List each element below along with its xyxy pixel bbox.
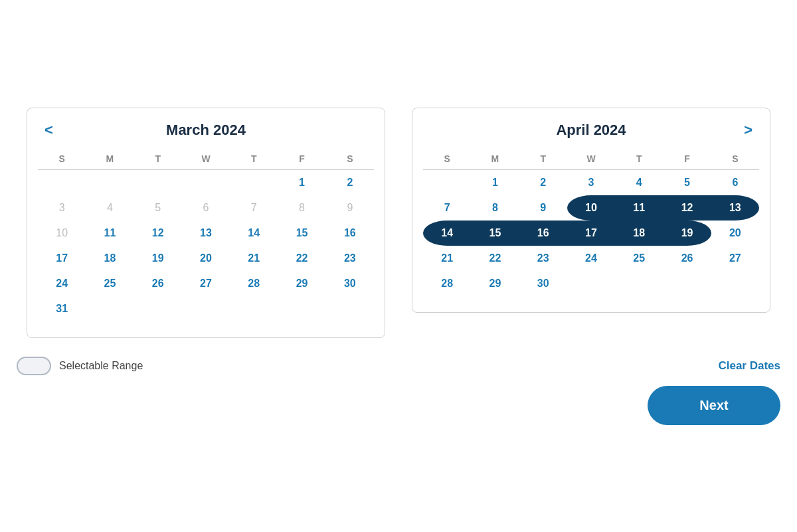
march-day[interactable]: 30 bbox=[326, 271, 374, 296]
march-day[interactable]: 17 bbox=[38, 246, 86, 271]
weekday-wed: W bbox=[567, 149, 615, 170]
april-day[interactable]: 2 bbox=[519, 170, 567, 195]
april-day-13[interactable]: 13 bbox=[711, 195, 759, 221]
table-row: 28 29 30 bbox=[423, 271, 759, 296]
march-day[interactable]: 1 bbox=[278, 170, 325, 195]
march-day[interactable]: 21 bbox=[230, 246, 278, 271]
selectable-range-label: Selectable Range bbox=[59, 360, 143, 372]
march-day[interactable]: 14 bbox=[230, 221, 278, 246]
april-day[interactable]: 8 bbox=[471, 195, 519, 221]
march-day: 8 bbox=[278, 195, 325, 221]
april-day-17[interactable]: 17 bbox=[567, 221, 615, 246]
march-calendar: < March 2024 S M T W T F S bbox=[27, 108, 385, 338]
march-day[interactable]: 16 bbox=[326, 221, 374, 246]
april-day[interactable]: 30 bbox=[519, 271, 567, 296]
march-day bbox=[230, 296, 278, 321]
april-day bbox=[567, 271, 615, 296]
weekday-sat: S bbox=[326, 149, 374, 170]
april-day-19[interactable]: 19 bbox=[663, 221, 711, 246]
april-day bbox=[423, 170, 471, 195]
march-day[interactable]: 20 bbox=[182, 246, 230, 271]
april-day[interactable]: 22 bbox=[471, 246, 519, 271]
march-day[interactable]: 19 bbox=[134, 246, 182, 271]
march-day bbox=[134, 296, 182, 321]
march-day[interactable]: 12 bbox=[134, 221, 182, 246]
april-day-15[interactable]: 15 bbox=[471, 221, 519, 246]
table-row: 31 bbox=[38, 296, 374, 321]
april-day[interactable]: 27 bbox=[711, 246, 759, 271]
april-day[interactable]: 7 bbox=[423, 195, 471, 221]
march-day bbox=[86, 296, 133, 321]
march-day[interactable]: 24 bbox=[38, 271, 86, 296]
march-day bbox=[86, 170, 133, 195]
march-day[interactable]: 26 bbox=[134, 271, 182, 296]
march-day[interactable]: 13 bbox=[182, 221, 230, 246]
april-day[interactable]: 1 bbox=[471, 170, 519, 195]
march-day bbox=[326, 296, 374, 321]
selectable-range-toggle[interactable] bbox=[17, 357, 51, 375]
weekday-mon: M bbox=[471, 149, 519, 170]
march-day[interactable]: 11 bbox=[86, 221, 133, 246]
march-day bbox=[230, 170, 278, 195]
weekday-sun: S bbox=[38, 149, 86, 170]
april-day[interactable]: 21 bbox=[423, 246, 471, 271]
april-day[interactable]: 29 bbox=[471, 271, 519, 296]
march-day: 5 bbox=[134, 195, 182, 221]
footer: Selectable Range Clear Dates bbox=[17, 357, 780, 375]
march-day[interactable]: 29 bbox=[278, 271, 325, 296]
march-day[interactable]: 31 bbox=[38, 296, 86, 321]
april-day-12[interactable]: 12 bbox=[663, 195, 711, 221]
april-grid: S M T W T F S 1 2 bbox=[423, 149, 759, 296]
april-day[interactable]: 6 bbox=[711, 170, 759, 195]
april-day[interactable]: 5 bbox=[663, 170, 711, 195]
weekday-sun: S bbox=[423, 149, 471, 170]
april-day[interactable]: 9 bbox=[519, 195, 567, 221]
april-day-10[interactable]: 10 bbox=[567, 195, 615, 221]
prev-month-button[interactable]: < bbox=[38, 120, 60, 140]
weekday-thu: T bbox=[615, 149, 663, 170]
april-day-16[interactable]: 16 bbox=[519, 221, 567, 246]
march-day[interactable]: 2 bbox=[326, 170, 374, 195]
next-button-row: Next bbox=[17, 386, 780, 425]
march-day: 3 bbox=[38, 195, 86, 221]
april-day bbox=[663, 271, 711, 296]
table-row: 14 15 16 17 18 19 20 bbox=[423, 221, 759, 246]
april-day[interactable]: 28 bbox=[423, 271, 471, 296]
march-day bbox=[38, 170, 86, 195]
march-day bbox=[278, 296, 325, 321]
april-calendar: April 2024 > S M T W T F S bbox=[412, 108, 770, 313]
next-button[interactable]: Next bbox=[648, 386, 780, 425]
march-day: 7 bbox=[230, 195, 278, 221]
table-row: 10 11 12 13 14 15 16 bbox=[38, 221, 374, 246]
april-day-11[interactable]: 11 bbox=[615, 195, 663, 221]
march-day[interactable]: 22 bbox=[278, 246, 325, 271]
march-day[interactable]: 25 bbox=[86, 271, 133, 296]
april-day[interactable]: 3 bbox=[567, 170, 615, 195]
weekday-wed: W bbox=[182, 149, 230, 170]
april-day[interactable]: 25 bbox=[615, 246, 663, 271]
table-row: 7 8 9 10 11 12 13 bbox=[423, 195, 759, 221]
next-month-button[interactable]: > bbox=[737, 120, 759, 140]
april-day-18[interactable]: 18 bbox=[615, 221, 663, 246]
april-day[interactable]: 20 bbox=[711, 221, 759, 246]
weekday-fri: F bbox=[663, 149, 711, 170]
april-day[interactable]: 4 bbox=[615, 170, 663, 195]
april-day bbox=[615, 271, 663, 296]
march-day[interactable]: 23 bbox=[326, 246, 374, 271]
april-title: April 2024 bbox=[556, 122, 626, 139]
april-day[interactable]: 26 bbox=[663, 246, 711, 271]
april-header: April 2024 > bbox=[423, 122, 759, 139]
march-day bbox=[182, 296, 230, 321]
april-day[interactable]: 24 bbox=[567, 246, 615, 271]
march-day[interactable]: 27 bbox=[182, 271, 230, 296]
march-day[interactable]: 15 bbox=[278, 221, 325, 246]
march-day[interactable]: 28 bbox=[230, 271, 278, 296]
weekday-tue: T bbox=[519, 149, 567, 170]
march-day[interactable]: 18 bbox=[86, 246, 133, 271]
april-day[interactable]: 23 bbox=[519, 246, 567, 271]
selectable-range-row: Selectable Range bbox=[17, 357, 143, 375]
april-day-14[interactable]: 14 bbox=[423, 221, 471, 246]
march-day: 6 bbox=[182, 195, 230, 221]
clear-dates-button[interactable]: Clear Dates bbox=[718, 359, 780, 373]
march-header: < March 2024 bbox=[38, 122, 374, 139]
